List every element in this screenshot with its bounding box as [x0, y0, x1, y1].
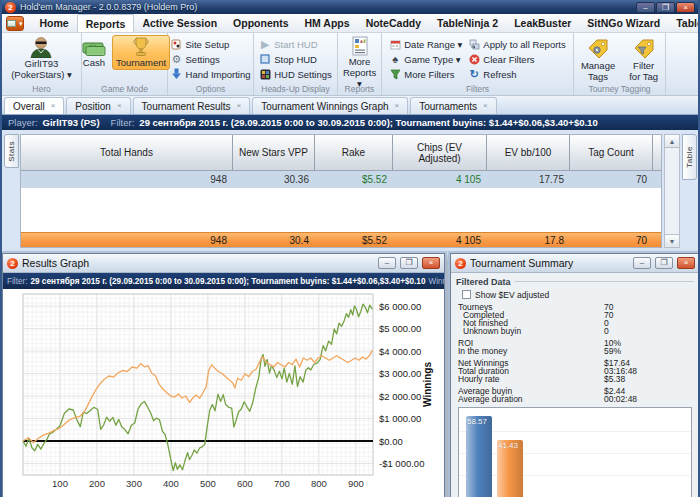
tournament-summary-window: 2 Tournament Summary – ❐ × Filtered Data… [450, 253, 700, 497]
apply-to-all-reports-label: Apply to all Reports [483, 39, 565, 50]
report-tab-tournament-winnings-graph[interactable]: Tournament Winnings Graph× [252, 97, 408, 114]
report-tab-tournaments[interactable]: Tournaments× [410, 97, 496, 114]
ribbon-group-options: Site Setup ⚙ Settings Hand Importing Opt… [168, 33, 254, 95]
stats-side-tab[interactable]: Stats [4, 134, 19, 168]
menu-tab-opponents[interactable]: Opponents [225, 14, 296, 32]
summary-minimize-button[interactable]: – [633, 257, 651, 269]
ribbon-spacer [666, 33, 698, 95]
filter-for-tag-label-1: Filter [633, 60, 654, 71]
tournament-trophy-icon [132, 37, 150, 57]
apply-to-all-reports-button[interactable]: Apply to all Reports [468, 37, 565, 51]
menu-tab-tableninja-2[interactable]: TableNinja 2 [429, 14, 506, 32]
svg-text:-$1 000.00: -$1 000.00 [379, 458, 424, 469]
show-ev-adjusted-row: Show $EV adjusted [462, 289, 694, 300]
show-ev-adjusted-checkbox[interactable] [462, 290, 471, 299]
column-header-chips-ev-adjusted[interactable]: Chips (EV Adjusted) [393, 135, 487, 170]
hud-settings-button[interactable]: HUD Settings [259, 67, 332, 81]
table-row[interactable]: 94830.36$5.524 10517.7570 [21, 171, 661, 188]
stop-hud-label: Stop HUD [274, 54, 317, 65]
menu-tab-sitngo-wizard[interactable]: SitNGo Wizard [579, 14, 668, 32]
start-hud-button[interactable]: ▶ Start HUD [259, 37, 332, 51]
tab-close-icon[interactable]: × [237, 102, 242, 110]
results-line-chart: 100200300400500600700800900$6 000.00$5 0… [3, 289, 444, 497]
ribbon-group-reports: More Reports ▾ Reports [338, 33, 382, 95]
summary-close-button[interactable]: × [677, 257, 695, 269]
close-button[interactable]: × [676, 2, 695, 13]
minimize-button[interactable]: – [636, 2, 655, 13]
menu-tab-hm-apps[interactable]: HM Apps [297, 14, 358, 32]
results-close-button[interactable]: × [422, 257, 440, 269]
column-header-rake[interactable]: Rake [315, 135, 393, 170]
results-graph-titlebar[interactable]: 2 Results Graph – ❐ × [3, 254, 444, 273]
summary-bar-2: 41.43 [497, 440, 523, 497]
scroll-down-arrow[interactable]: ▼ [665, 234, 679, 247]
ribbon-caption-game-mode: Game Mode [82, 84, 167, 94]
cash-icon [82, 40, 106, 57]
tab-close-icon[interactable]: × [483, 102, 488, 110]
ribbon-group-game-mode: Cash Tournament Game Mode [82, 33, 168, 95]
table-side-tab[interactable]: Table [682, 134, 697, 180]
maximize-button[interactable]: ❐ [656, 2, 675, 13]
application-menu-button[interactable]: ▾ [6, 16, 24, 31]
column-header-total-hands[interactable]: Total Hands [21, 135, 233, 170]
menu-tab-active-session[interactable]: Active Session [134, 14, 225, 32]
results-minimize-button[interactable]: – [378, 257, 396, 269]
refresh-button[interactable]: ↻ Refresh [468, 67, 565, 81]
more-filters-button[interactable]: More Filters [389, 67, 462, 81]
menu-tab-home[interactable]: Home [32, 14, 77, 32]
column-header-tag-count[interactable]: Tag Count [570, 135, 653, 170]
filtered-data-group-label: Filtered Data [456, 276, 694, 287]
menu-tab-notecaddy[interactable]: NoteCaddy [358, 14, 429, 32]
tournament-mode-button[interactable]: Tournament [112, 35, 170, 70]
holdem-manager-window: 2 Hold'em Manager - 2.0.0.8379 (Holdem P… [0, 0, 700, 497]
menu-tab-table-scanner-2[interactable]: Table Scanner 2 [668, 14, 700, 32]
stop-hud-button[interactable]: Stop HUD [259, 52, 332, 66]
cash-mode-button[interactable]: Cash [79, 39, 109, 69]
site-setup-button[interactable]: Site Setup [171, 37, 251, 51]
menu-tab-leakbuster[interactable]: LeakBuster [506, 14, 579, 32]
player-filter-bar: Player: GirlIT93 (PS) Filter: 29 сентябр… [2, 115, 698, 130]
clear-filters-button[interactable]: Clear Filters [468, 52, 565, 66]
hand-importing-button[interactable]: Hand Importing [171, 67, 251, 81]
hud-settings-label: HUD Settings [274, 69, 332, 80]
table-summary-row[interactable]: 94830.4$5.524 10517.870 [21, 232, 661, 248]
column-header-ev-bb-100[interactable]: EV bb/100 [487, 135, 570, 170]
game-type-icon: ♠ [389, 53, 401, 65]
tab-close-icon[interactable]: × [117, 102, 122, 110]
results-maximize-button[interactable]: ❐ [400, 257, 418, 269]
start-hud-label: Start HUD [274, 39, 317, 50]
report-tab-overall[interactable]: Overall× [4, 97, 64, 114]
tab-close-icon[interactable]: × [395, 102, 400, 110]
table-scrollbar[interactable]: ▲ ▼ [664, 134, 680, 248]
filter-for-tag-button[interactable]: Filter for Tag [626, 37, 661, 83]
tab-close-icon[interactable]: × [51, 102, 56, 110]
more-reports-button[interactable]: More Reports ▾ [340, 35, 379, 90]
game-type-button[interactable]: ♠ Game Type ▾ [389, 52, 462, 66]
ribbon-caption-reports: Reports [338, 84, 381, 94]
cell-ev-bb-100: 17.75 [487, 174, 570, 185]
date-range-button[interactable]: Date Range ▾ [389, 37, 462, 51]
column-header-new-stars-vpp[interactable]: New Stars VPP [233, 135, 315, 170]
hero-selector-button[interactable]: GirlIT93 (PokerStars) ▾ [8, 35, 75, 81]
results-graph-window-icon: 2 [7, 258, 18, 269]
report-tab-position[interactable]: Position× [66, 97, 130, 114]
summary-stat-value: 59% [604, 347, 621, 355]
scroll-up-arrow[interactable]: ▲ [665, 135, 679, 148]
ribbon-caption-hud: Heads-Up Display [254, 84, 337, 94]
cell-total-hands: 948 [21, 235, 233, 246]
summary-maximize-button[interactable]: ❐ [655, 257, 673, 269]
cell-tag-count: 70 [570, 174, 653, 185]
svg-text:200: 200 [89, 478, 105, 489]
settings-button[interactable]: ⚙ Settings [171, 52, 251, 66]
cell-rake: $5.52 [315, 235, 393, 246]
menu-tab-reports[interactable]: Reports [77, 14, 135, 32]
settings-gear-icon: ⚙ [171, 53, 183, 65]
report-tab-label: Tournaments [419, 101, 477, 112]
svg-text:700: 700 [274, 478, 290, 489]
date-range-label: Date Range ▾ [404, 39, 462, 50]
manage-tags-button[interactable]: Manage Tags [578, 37, 618, 83]
tournament-summary-titlebar[interactable]: 2 Tournament Summary – ❐ × [451, 254, 699, 273]
report-tab-tournament-results[interactable]: Tournament Results× [133, 97, 251, 114]
menu-tabs: HomeReportsActive SessionOpponentsHM App… [32, 14, 700, 32]
ribbon: GirlIT93 (PokerStars) ▾ Hero Cash [2, 33, 698, 96]
